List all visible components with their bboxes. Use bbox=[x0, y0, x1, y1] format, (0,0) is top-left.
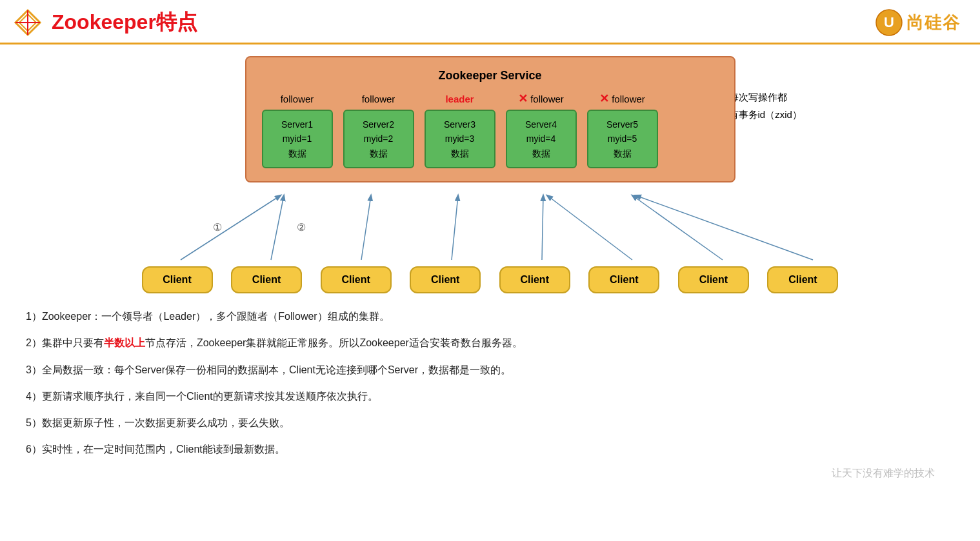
page-title: Zookeeper特点 bbox=[52, 8, 197, 37]
server-col-3: leader Server3myid=3数据 bbox=[425, 92, 495, 168]
role-label-2: follower bbox=[362, 92, 395, 106]
client-box-2: Client bbox=[231, 266, 302, 293]
desc-item-4: 4）更新请求顺序执行，来自同一个Client的更新请求按其发送顺序依次执行。 bbox=[26, 388, 961, 405]
desc-item-3: 3）全局数据一致：每个Server保存一份相同的数据副本，Client无论连接到… bbox=[26, 361, 961, 379]
logo-diamond-icon bbox=[13, 8, 43, 37]
svg-text:①: ① bbox=[213, 222, 222, 233]
svg-line-9 bbox=[452, 195, 458, 260]
server-col-2: follower Server2myid=2数据 bbox=[343, 92, 414, 168]
client-box-3: Client bbox=[321, 266, 392, 293]
server-col-4: ✕ follower Server4myid=4数据 bbox=[506, 92, 577, 168]
servers-row: follower Server1myid=1数据 follower Server… bbox=[262, 92, 719, 168]
clients-row: Client Client Client Client Client Clien… bbox=[135, 266, 845, 293]
role-label-3: leader bbox=[445, 92, 474, 106]
role-label-4: ✕ follower bbox=[518, 92, 564, 106]
desc-item-5: 5）数据更新原子性，一次数据更新要么成功，要么失败。 bbox=[26, 414, 961, 431]
svg-line-7 bbox=[271, 195, 284, 260]
brand-name: 尚硅谷 bbox=[906, 12, 961, 34]
svg-line-13 bbox=[635, 195, 813, 260]
server-col-5: ✕ follower Server5myid=5数据 bbox=[587, 92, 658, 168]
svg-line-8 bbox=[361, 195, 371, 260]
page-header: Zookeeper特点 U 尚硅谷 bbox=[0, 0, 980, 44]
main-content: 每次写操作都 有事务id（zxid） Zookeeper Service fol… bbox=[0, 44, 980, 487]
svg-text:U: U bbox=[884, 14, 894, 30]
client-box-6: Client bbox=[588, 266, 659, 293]
highlight-half: 半数以上 bbox=[104, 337, 145, 348]
role-label-1: follower bbox=[281, 92, 314, 106]
server-box-1: Server1myid=1数据 bbox=[262, 110, 333, 168]
desc-item-6: 6）实时性，在一定时间范围内，Client能读到最新数据。 bbox=[26, 440, 961, 458]
desc-item-2: 2）集群中只要有半数以上节点存活，Zookeeper集群就能正常服务。所以Zoo… bbox=[26, 334, 961, 351]
description-list: 1）Zookeeper：一个领导者（Leader），多个跟随者（Follower… bbox=[19, 308, 961, 458]
role-label-5: ✕ follower bbox=[599, 92, 645, 106]
fail-icon-5: ✕ bbox=[599, 92, 609, 106]
svg-line-12 bbox=[632, 195, 723, 260]
watermark-text: 让天下没有难学的技术 bbox=[19, 467, 961, 480]
header-left: Zookeeper特点 bbox=[13, 8, 197, 37]
client-box-8: Client bbox=[767, 266, 838, 293]
connection-arrows-svg: ① ② bbox=[135, 182, 845, 273]
brand-icon: U bbox=[875, 9, 903, 36]
server-col-1: follower Server1myid=1数据 bbox=[262, 92, 333, 168]
brand-logo: U 尚硅谷 bbox=[875, 9, 961, 36]
svg-text:②: ② bbox=[297, 222, 306, 233]
client-box-1: Client bbox=[142, 266, 213, 293]
svg-line-11 bbox=[547, 195, 632, 260]
client-box-5: Client bbox=[499, 266, 570, 293]
client-box-4: Client bbox=[410, 266, 481, 293]
side-note: 每次写操作都 有事务id（zxid） bbox=[729, 88, 852, 123]
svg-line-10 bbox=[542, 195, 543, 260]
desc-item-1: 1）Zookeeper：一个领导者（Leader），多个跟随者（Follower… bbox=[26, 308, 961, 325]
server-box-4: Server4myid=4数据 bbox=[506, 110, 577, 168]
zk-service-box: Zookeeper Service follower Server1myid=1… bbox=[245, 56, 735, 182]
server-box-2: Server2myid=2数据 bbox=[343, 110, 414, 168]
server-box-3: Server3myid=3数据 bbox=[425, 110, 495, 168]
server-box-5: Server5myid=5数据 bbox=[587, 110, 658, 168]
client-box-7: Client bbox=[678, 266, 749, 293]
fail-icon-4: ✕ bbox=[518, 92, 528, 106]
zk-service-title: Zookeeper Service bbox=[262, 69, 719, 83]
svg-line-6 bbox=[181, 195, 281, 260]
diagram-area: 每次写操作都 有事务id（zxid） Zookeeper Service fol… bbox=[19, 56, 961, 293]
